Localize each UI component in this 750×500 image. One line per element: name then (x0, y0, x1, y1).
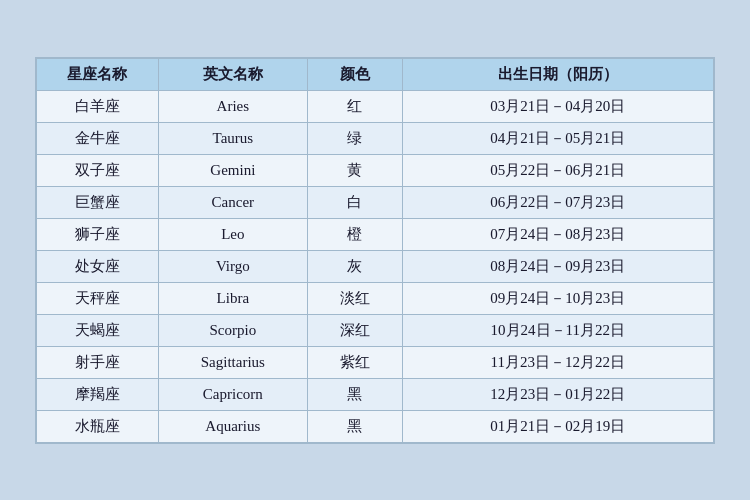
cell-chinese: 双子座 (37, 154, 159, 186)
cell-color: 绿 (307, 122, 402, 154)
header-chinese: 星座名称 (37, 58, 159, 90)
cell-english: Virgo (158, 250, 307, 282)
cell-color: 黑 (307, 410, 402, 442)
cell-date: 06月22日－07月23日 (402, 186, 713, 218)
cell-chinese: 狮子座 (37, 218, 159, 250)
cell-color: 深红 (307, 314, 402, 346)
cell-date: 12月23日－01月22日 (402, 378, 713, 410)
cell-chinese: 射手座 (37, 346, 159, 378)
cell-english: Scorpio (158, 314, 307, 346)
cell-chinese: 金牛座 (37, 122, 159, 154)
cell-date: 05月22日－06月21日 (402, 154, 713, 186)
cell-color: 橙 (307, 218, 402, 250)
cell-date: 11月23日－12月22日 (402, 346, 713, 378)
table-row: 摩羯座Capricorn黑12月23日－01月22日 (37, 378, 714, 410)
table-row: 天蝎座Scorpio深红10月24日－11月22日 (37, 314, 714, 346)
table-row: 金牛座Taurus绿04月21日－05月21日 (37, 122, 714, 154)
cell-color: 紫红 (307, 346, 402, 378)
header-english: 英文名称 (158, 58, 307, 90)
cell-english: Cancer (158, 186, 307, 218)
cell-color: 黄 (307, 154, 402, 186)
zodiac-table: 星座名称 英文名称 颜色 出生日期（阳历） 白羊座Aries红03月21日－04… (36, 58, 714, 443)
cell-color: 白 (307, 186, 402, 218)
header-color: 颜色 (307, 58, 402, 90)
cell-chinese: 天蝎座 (37, 314, 159, 346)
cell-color: 红 (307, 90, 402, 122)
table-row: 天秤座Libra淡红09月24日－10月23日 (37, 282, 714, 314)
cell-english: Leo (158, 218, 307, 250)
table-body: 白羊座Aries红03月21日－04月20日金牛座Taurus绿04月21日－0… (37, 90, 714, 442)
cell-color: 灰 (307, 250, 402, 282)
cell-date: 01月21日－02月19日 (402, 410, 713, 442)
table-row: 射手座Sagittarius紫红11月23日－12月22日 (37, 346, 714, 378)
cell-date: 07月24日－08月23日 (402, 218, 713, 250)
cell-date: 09月24日－10月23日 (402, 282, 713, 314)
zodiac-table-container: 星座名称 英文名称 颜色 出生日期（阳历） 白羊座Aries红03月21日－04… (35, 57, 715, 444)
cell-chinese: 白羊座 (37, 90, 159, 122)
cell-date: 04月21日－05月21日 (402, 122, 713, 154)
cell-english: Aries (158, 90, 307, 122)
cell-color: 黑 (307, 378, 402, 410)
cell-english: Gemini (158, 154, 307, 186)
table-row: 巨蟹座Cancer白06月22日－07月23日 (37, 186, 714, 218)
table-row: 白羊座Aries红03月21日－04月20日 (37, 90, 714, 122)
table-row: 水瓶座Aquarius黑01月21日－02月19日 (37, 410, 714, 442)
table-row: 狮子座Leo橙07月24日－08月23日 (37, 218, 714, 250)
header-date: 出生日期（阳历） (402, 58, 713, 90)
cell-english: Sagittarius (158, 346, 307, 378)
cell-date: 08月24日－09月23日 (402, 250, 713, 282)
cell-english: Libra (158, 282, 307, 314)
cell-chinese: 水瓶座 (37, 410, 159, 442)
cell-date: 10月24日－11月22日 (402, 314, 713, 346)
cell-date: 03月21日－04月20日 (402, 90, 713, 122)
cell-color: 淡红 (307, 282, 402, 314)
cell-english: Aquarius (158, 410, 307, 442)
table-header-row: 星座名称 英文名称 颜色 出生日期（阳历） (37, 58, 714, 90)
cell-english: Taurus (158, 122, 307, 154)
cell-chinese: 巨蟹座 (37, 186, 159, 218)
cell-chinese: 处女座 (37, 250, 159, 282)
cell-chinese: 天秤座 (37, 282, 159, 314)
table-row: 双子座Gemini黄05月22日－06月21日 (37, 154, 714, 186)
table-row: 处女座Virgo灰08月24日－09月23日 (37, 250, 714, 282)
cell-chinese: 摩羯座 (37, 378, 159, 410)
cell-english: Capricorn (158, 378, 307, 410)
